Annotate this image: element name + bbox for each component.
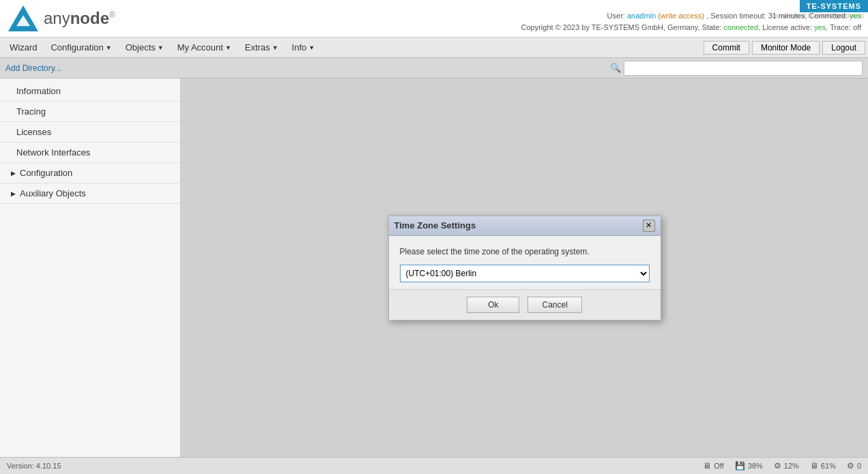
committed-label: Committed: — [809, 12, 848, 20]
monitor-mode-button[interactable]: Monitor Mode — [752, 41, 820, 55]
nav-item-my-account[interactable]: My Account ▼ — [171, 38, 238, 58]
search-input[interactable] — [624, 61, 863, 76]
sidebar: Information Tracing Licenses Network Int… — [0, 78, 181, 457]
logo-icon — [8, 5, 38, 31]
status-bar: Version: 4.10.15 🖥 Off 💾 38% ⚙ 12% 🖥 61%… — [0, 457, 868, 474]
add-directory-button[interactable]: Add Directory... — [5, 63, 61, 73]
state-value: connected, — [723, 23, 760, 31]
monitor-status: 🖥 Off — [703, 461, 723, 471]
dialog-body: Please select the time zone of the opera… — [389, 236, 661, 289]
logout-button[interactable]: Logout — [822, 41, 865, 55]
sidebar-item-tracing[interactable]: Tracing — [0, 102, 180, 122]
commit-button[interactable]: Commit — [704, 41, 749, 55]
alerts-value: 0 — [857, 462, 861, 470]
sidebar-item-network-interfaces[interactable]: Network Interfaces — [0, 143, 180, 163]
dialog-overlay: Time Zone Settings ✕ Please select the t… — [181, 78, 868, 457]
toolbar: Add Directory... 🔍 — [0, 58, 868, 78]
trace-label: Trace: — [830, 23, 851, 31]
disk-status: 💾 38% — [735, 461, 763, 471]
sidebar-item-configuration[interactable]: ▶Configuration — [0, 163, 180, 183]
nav-item-objects[interactable]: Objects ▼ — [119, 38, 171, 58]
dialog-title: Time Zone Settings — [394, 220, 476, 231]
sidebar-item-licenses[interactable]: Licenses — [0, 122, 180, 143]
license-value: yes, — [814, 23, 828, 31]
timezone-select[interactable]: (UTC+01:00) Berlin(UTC+00:00) London(UTC… — [400, 265, 650, 282]
brand-name: anynode® — [44, 9, 115, 28]
time-zone-dialog: Time Zone Settings ✕ Please select the t… — [388, 216, 661, 321]
content-area: Time Zone Settings ✕ Please select the t… — [181, 78, 868, 457]
navbar: Wizard Configuration ▼ Objects ▼ My Acco… — [0, 38, 868, 58]
mem-value: 61% — [821, 462, 836, 470]
nav-item-configuration[interactable]: Configuration ▼ — [44, 38, 118, 58]
sidebar-item-auxiliary-objects[interactable]: ▶Auxiliary Objects — [0, 183, 180, 204]
nav-item-wizard[interactable]: Wizard — [3, 38, 44, 58]
trace-value: off — [853, 23, 861, 31]
disk-icon: 💾 — [735, 461, 745, 471]
nav-item-extras[interactable]: Extras ▼ — [238, 38, 285, 58]
dialog-message: Please select the time zone of the opera… — [400, 247, 650, 256]
user-label: User: — [607, 12, 625, 20]
alerts-icon: ⚙ — [847, 461, 854, 471]
copyright: Copyright © 2023 by TE-SYSTEMS GmbH, Ger… — [521, 23, 699, 31]
monitor-value: Off — [714, 462, 723, 470]
cpu-value: 12% — [784, 462, 799, 470]
session-timeout-value: 31 minutes, — [768, 12, 807, 20]
dialog-ok-button[interactable]: Ok — [467, 297, 519, 313]
dialog-close-button[interactable]: ✕ — [643, 220, 655, 232]
header-status: User: anadmin (write access) , Session t… — [521, 10, 861, 34]
sidebar-item-information[interactable]: Information — [0, 81, 180, 102]
version-label: Version: — [7, 462, 36, 470]
state-label: State: — [702, 23, 722, 31]
dialog-footer: Ok Cancel — [389, 289, 661, 320]
license-label: License active: — [762, 23, 812, 31]
dialog-title-bar: Time Zone Settings ✕ — [389, 216, 661, 236]
committed-value: yes — [850, 12, 861, 20]
mem-icon: 🖥 — [810, 461, 818, 471]
session-timeout-label: , Session timeout: — [706, 12, 766, 20]
alerts-status: ⚙ 0 — [847, 461, 861, 471]
logo-area: anynode® — [8, 5, 115, 31]
write-access: (write access) — [658, 12, 704, 20]
username: anadmin — [627, 12, 656, 20]
search-icon: 🔍 — [610, 63, 621, 73]
monitor-icon: 🖥 — [703, 461, 711, 471]
version-value: 4.10.15 — [36, 462, 61, 470]
cpu-status: ⚙ 12% — [774, 461, 799, 471]
cpu-icon: ⚙ — [774, 461, 781, 471]
disk-value: 38% — [748, 462, 763, 470]
mem-status: 🖥 61% — [810, 461, 836, 471]
nav-item-info[interactable]: Info ▼ — [285, 38, 322, 58]
dialog-cancel-button[interactable]: Cancel — [527, 297, 581, 313]
